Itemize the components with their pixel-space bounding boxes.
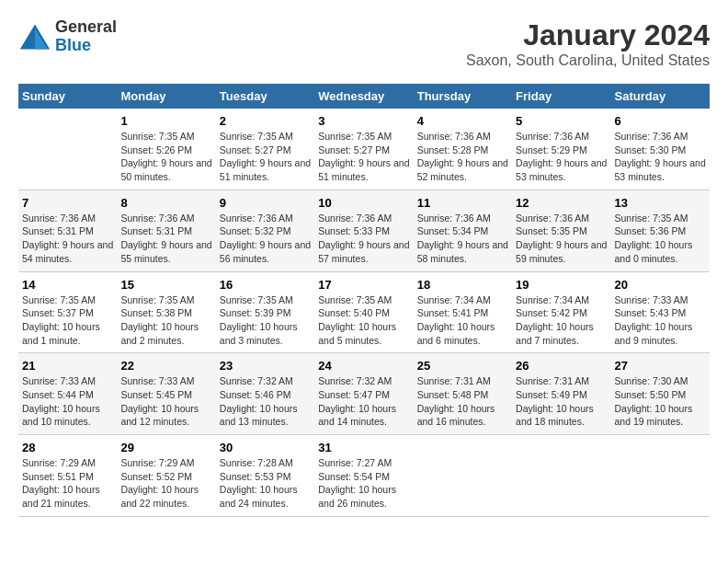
daylight-text: Daylight: 10 hours and 16 minutes. [417, 403, 495, 428]
calendar-cell: 20Sunrise: 7:33 AMSunset: 5:43 PMDayligh… [611, 271, 710, 353]
sunrise-text: Sunrise: 7:33 AM [120, 375, 194, 386]
day-info: Sunrise: 7:36 AMSunset: 5:29 PMDaylight:… [516, 130, 607, 184]
sunset-text: Sunset: 5:33 PM [318, 225, 390, 236]
sunset-text: Sunset: 5:35 PM [516, 225, 587, 236]
day-number: 3 [318, 114, 409, 128]
calendar-cell: 25Sunrise: 7:31 AMSunset: 5:48 PMDayligh… [414, 353, 512, 435]
sunset-text: Sunset: 5:44 PM [22, 389, 94, 400]
daylight-text: Daylight: 10 hours and 21 minutes. [22, 484, 100, 509]
sunset-text: Sunset: 5:47 PM [318, 389, 390, 400]
sunrise-text: Sunrise: 7:36 AM [318, 213, 392, 224]
day-number: 5 [516, 114, 607, 128]
calendar-cell: 18Sunrise: 7:34 AMSunset: 5:41 PMDayligh… [414, 271, 512, 353]
sunrise-text: Sunrise: 7:36 AM [615, 131, 688, 142]
sunset-text: Sunset: 5:48 PM [417, 389, 489, 400]
day-info: Sunrise: 7:35 AMSunset: 5:40 PMDaylight:… [318, 293, 409, 348]
calendar-cell: 4Sunrise: 7:36 AMSunset: 5:28 PMDaylight… [414, 109, 512, 190]
calendar-week-row: 1Sunrise: 7:35 AMSunset: 5:26 PMDaylight… [18, 109, 710, 190]
sunrise-text: Sunrise: 7:33 AM [615, 294, 688, 305]
sunrise-text: Sunrise: 7:35 AM [220, 294, 293, 305]
sunrise-text: Sunrise: 7:35 AM [22, 294, 96, 305]
day-number: 28 [22, 441, 113, 454]
sunset-text: Sunset: 5:38 PM [120, 307, 192, 318]
sunrise-text: Sunrise: 7:30 AM [615, 375, 688, 386]
sunset-text: Sunset: 5:27 PM [318, 144, 390, 155]
sunrise-text: Sunrise: 7:29 AM [120, 457, 194, 468]
daylight-text: Daylight: 9 hours and 50 minutes. [120, 157, 211, 182]
day-number: 16 [220, 278, 311, 292]
sunrise-text: Sunrise: 7:34 AM [516, 294, 589, 305]
sunset-text: Sunset: 5:31 PM [22, 225, 94, 236]
day-info: Sunrise: 7:31 AMSunset: 5:48 PMDaylight:… [417, 374, 508, 429]
day-number: 30 [220, 441, 311, 454]
calendar-cell: 13Sunrise: 7:35 AMSunset: 5:36 PMDayligh… [611, 190, 710, 271]
sunrise-text: Sunrise: 7:28 AM [220, 457, 293, 468]
day-number: 13 [615, 196, 706, 210]
day-info: Sunrise: 7:35 AMSunset: 5:26 PMDaylight:… [120, 130, 211, 184]
calendar-week-row: 14Sunrise: 7:35 AMSunset: 5:37 PMDayligh… [18, 271, 710, 353]
calendar-week-row: 21Sunrise: 7:33 AMSunset: 5:44 PMDayligh… [18, 353, 710, 435]
day-number: 1 [120, 114, 211, 128]
calendar-cell: 9Sunrise: 7:36 AMSunset: 5:32 PMDaylight… [216, 190, 314, 271]
calendar-cell: 3Sunrise: 7:35 AMSunset: 5:27 PMDaylight… [314, 109, 413, 190]
calendar-cell: 31Sunrise: 7:27 AMSunset: 5:54 PMDayligh… [314, 435, 413, 517]
calendar-table: SundayMondayTuesdayWednesdayThursdayFrid… [18, 84, 710, 517]
sunset-text: Sunset: 5:42 PM [516, 307, 587, 318]
daylight-text: Daylight: 10 hours and 0 minutes. [615, 239, 693, 264]
sunrise-text: Sunrise: 7:32 AM [220, 375, 293, 386]
day-number: 12 [516, 196, 607, 210]
daylight-text: Daylight: 10 hours and 18 minutes. [516, 403, 594, 428]
day-number: 25 [417, 359, 508, 373]
calendar-cell: 8Sunrise: 7:36 AMSunset: 5:31 PMDaylight… [117, 190, 215, 271]
sunset-text: Sunset: 5:39 PM [220, 307, 291, 318]
calendar-header-row: SundayMondayTuesdayWednesdayThursdayFrid… [18, 84, 710, 109]
sunrise-text: Sunrise: 7:29 AM [22, 457, 96, 468]
calendar-cell: 28Sunrise: 7:29 AMSunset: 5:51 PMDayligh… [18, 435, 117, 517]
sunrise-text: Sunrise: 7:27 AM [318, 457, 392, 468]
daylight-text: Daylight: 9 hours and 56 minutes. [220, 239, 311, 264]
daylight-text: Daylight: 10 hours and 7 minutes. [516, 321, 594, 346]
calendar-cell [414, 435, 512, 517]
calendar-cell: 23Sunrise: 7:32 AMSunset: 5:46 PMDayligh… [216, 353, 314, 435]
sunrise-text: Sunrise: 7:35 AM [120, 294, 194, 305]
calendar-cell: 14Sunrise: 7:35 AMSunset: 5:37 PMDayligh… [18, 271, 117, 353]
day-info: Sunrise: 7:32 AMSunset: 5:47 PMDaylight:… [318, 374, 409, 429]
day-info: Sunrise: 7:36 AMSunset: 5:32 PMDaylight:… [220, 212, 311, 266]
day-info: Sunrise: 7:36 AMSunset: 5:35 PMDaylight:… [516, 212, 607, 266]
day-info: Sunrise: 7:36 AMSunset: 5:30 PMDaylight:… [615, 130, 706, 184]
calendar-cell: 10Sunrise: 7:36 AMSunset: 5:33 PMDayligh… [314, 190, 413, 271]
sunset-text: Sunset: 5:34 PM [417, 225, 489, 236]
header-sunday: Sunday [18, 84, 117, 109]
daylight-text: Daylight: 9 hours and 53 minutes. [516, 157, 607, 182]
day-number: 26 [516, 359, 607, 373]
day-number: 19 [516, 278, 607, 292]
sunrise-text: Sunrise: 7:32 AM [318, 375, 392, 386]
daylight-text: Daylight: 10 hours and 26 minutes. [318, 484, 396, 509]
daylight-text: Daylight: 10 hours and 2 minutes. [120, 321, 199, 346]
day-number: 15 [120, 278, 211, 292]
header-thursday: Thursday [414, 84, 512, 109]
day-info: Sunrise: 7:35 AMSunset: 5:27 PMDaylight:… [318, 130, 409, 184]
header: General Blue January 2024 Saxon, South C… [18, 18, 710, 69]
day-info: Sunrise: 7:35 AMSunset: 5:38 PMDaylight:… [120, 293, 211, 348]
daylight-text: Daylight: 10 hours and 22 minutes. [120, 484, 199, 509]
sunset-text: Sunset: 5:32 PM [220, 225, 291, 236]
calendar-cell: 11Sunrise: 7:36 AMSunset: 5:34 PMDayligh… [414, 190, 512, 271]
calendar-cell: 30Sunrise: 7:28 AMSunset: 5:53 PMDayligh… [216, 435, 314, 517]
day-number: 2 [220, 114, 311, 128]
day-info: Sunrise: 7:34 AMSunset: 5:41 PMDaylight:… [417, 293, 508, 348]
page-title: January 2024 [466, 18, 710, 52]
sunrise-text: Sunrise: 7:35 AM [120, 131, 194, 142]
day-number: 9 [220, 196, 311, 210]
calendar-cell [18, 109, 117, 190]
sunrise-text: Sunrise: 7:36 AM [220, 213, 293, 224]
day-number: 21 [22, 359, 113, 373]
sunset-text: Sunset: 5:52 PM [120, 471, 192, 482]
sunset-text: Sunset: 5:45 PM [120, 389, 192, 400]
daylight-text: Daylight: 9 hours and 55 minutes. [120, 239, 211, 264]
sunset-text: Sunset: 5:54 PM [318, 471, 390, 482]
daylight-text: Daylight: 9 hours and 51 minutes. [318, 157, 409, 182]
day-number: 7 [22, 196, 113, 210]
sunset-text: Sunset: 5:29 PM [516, 144, 587, 155]
calendar-cell: 24Sunrise: 7:32 AMSunset: 5:47 PMDayligh… [314, 353, 413, 435]
